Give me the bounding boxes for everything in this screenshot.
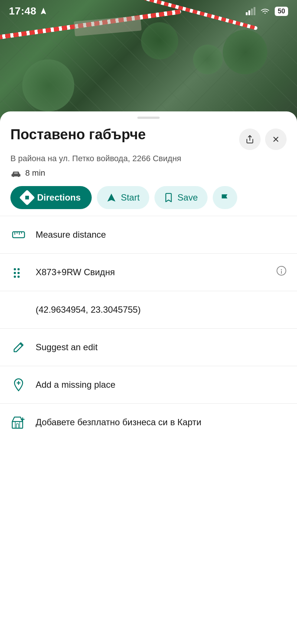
- pluscode-icon: [10, 264, 27, 280]
- drive-time: 8 min: [25, 168, 45, 178]
- list-item-suggest-edit[interactable]: Suggest an edit: [0, 329, 297, 366]
- start-button[interactable]: Start: [97, 186, 149, 209]
- car-icon: [10, 169, 22, 177]
- suggest-edit-label: Suggest an edit: [36, 342, 287, 352]
- list-item-add-business[interactable]: Добавете безплатно бизнеса си в Карти: [0, 404, 297, 441]
- place-address: В района на ул. Петко войвода, 2266 Свид…: [10, 153, 287, 165]
- header-actions: [239, 129, 287, 150]
- svg-rect-3: [254, 7, 255, 15]
- save-label: Save: [177, 192, 198, 203]
- time-label: 17:48: [9, 5, 36, 17]
- svg-point-19: [17, 272, 20, 274]
- svg-point-21: [17, 276, 20, 278]
- status-bar: 17:48 50: [0, 0, 297, 22]
- svg-rect-0: [246, 12, 248, 15]
- battery-indicator: 50: [275, 7, 288, 16]
- add-business-label: Добавете безплатно бизнеса си в Карти: [36, 417, 287, 427]
- status-time: 17:48: [9, 5, 48, 17]
- svg-rect-11: [13, 232, 25, 238]
- svg-point-20: [14, 276, 16, 278]
- directions-diamond-icon: [19, 190, 35, 205]
- action-buttons-row: Directions Start Save: [0, 178, 297, 216]
- drive-time-row: 8 min: [10, 168, 287, 178]
- svg-point-7: [13, 175, 14, 177]
- info-icon[interactable]: [276, 266, 287, 279]
- svg-rect-2: [251, 9, 253, 15]
- list-item-add-place[interactable]: Add a missing place: [0, 366, 297, 404]
- coordinates-label: (42.9634954, 23.3045755): [36, 305, 287, 315]
- ruler-icon: [10, 227, 27, 243]
- directions-button[interactable]: Directions: [10, 186, 92, 209]
- svg-point-8: [18, 175, 20, 177]
- place-header: Поставено габърче В района на ул: [0, 119, 297, 178]
- place-title: Поставено габърче: [10, 126, 239, 143]
- start-label: Start: [121, 192, 140, 203]
- list-item-coordinates[interactable]: (42.9634954, 23.3045755): [0, 291, 297, 329]
- store-plus-icon: [10, 414, 27, 430]
- measure-distance-label: Measure distance: [36, 230, 287, 240]
- edit-icon: [10, 339, 27, 355]
- wifi-icon: [260, 7, 270, 15]
- flag-button[interactable]: [213, 186, 237, 209]
- svg-rect-27: [12, 422, 23, 428]
- navigation-icon: [107, 193, 116, 202]
- signal-icon: [246, 7, 255, 15]
- share-icon: [245, 135, 254, 144]
- bookmark-icon: [164, 193, 173, 202]
- svg-marker-10: [108, 193, 116, 202]
- list-item-measure[interactable]: Measure distance: [0, 216, 297, 254]
- svg-rect-9: [14, 172, 18, 174]
- svg-point-17: [17, 268, 20, 270]
- pluscode-label: X873+9RW Свидня: [36, 267, 267, 277]
- close-icon: [272, 135, 280, 143]
- location-arrow-icon: [39, 7, 48, 15]
- directions-label: Directions: [37, 192, 81, 203]
- share-button[interactable]: [239, 129, 261, 150]
- flag-icon: [220, 193, 230, 202]
- svg-point-16: [14, 268, 16, 270]
- status-icons: 50: [246, 7, 288, 16]
- save-button[interactable]: Save: [154, 186, 208, 209]
- pin-plus-icon: [10, 377, 27, 393]
- close-button[interactable]: [265, 129, 287, 150]
- coordinates-icon: [10, 302, 27, 318]
- list-item-pluscode[interactable]: X873+9RW Свидня: [0, 254, 297, 291]
- svg-rect-30: [16, 424, 19, 428]
- add-place-label: Add a missing place: [36, 380, 287, 390]
- svg-rect-1: [248, 10, 250, 15]
- svg-point-18: [14, 272, 16, 274]
- bottom-sheet: Поставено габърче В района на ул: [0, 111, 297, 644]
- battery-label: 50: [278, 7, 285, 15]
